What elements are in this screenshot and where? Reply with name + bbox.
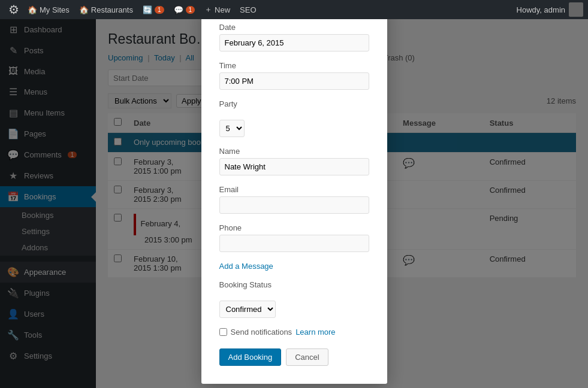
modal: Date Time Party 1234 5678 Name Email Pho… xyxy=(201,5,387,384)
booking-status-select[interactable]: Pending Confirmed Closed xyxy=(219,301,276,318)
modal-overlay: Date Time Party 1234 5678 Name Email Pho… xyxy=(0,0,588,388)
booking-status-label: Booking Status xyxy=(219,280,369,289)
name-label: Name xyxy=(219,147,369,156)
modal-date-field: Date xyxy=(219,23,369,51)
modal-buttons: Add Booking Cancel xyxy=(219,348,369,366)
comments-icon: 💬 xyxy=(174,5,183,14)
learn-more-link[interactable]: Learn more xyxy=(295,328,335,337)
add-booking-button[interactable]: Add Booking xyxy=(219,348,282,366)
party-label: Party xyxy=(219,99,369,108)
name-input[interactable] xyxy=(219,158,369,175)
new-link[interactable]: ＋ New xyxy=(200,0,235,19)
add-message-link[interactable]: Add a Message xyxy=(219,262,369,271)
user-avatar xyxy=(569,2,583,17)
modal-phone-field: Phone xyxy=(219,223,369,252)
modal-email-field: Email xyxy=(219,185,369,214)
party-select[interactable]: 1234 5678 xyxy=(219,120,245,137)
date-label: Date xyxy=(219,23,369,32)
modal-notification: Send notifications Learn more xyxy=(219,328,369,337)
modal-name-field: Name xyxy=(219,147,369,175)
restaurants-icon: 🏠 xyxy=(79,5,89,14)
email-input[interactable] xyxy=(219,196,369,214)
my-sites-icon: 🏠 xyxy=(28,5,37,14)
updates-count: 1 xyxy=(155,6,164,14)
my-sites-label: My Sites xyxy=(40,5,70,14)
phone-input[interactable] xyxy=(219,235,369,252)
time-label: Time xyxy=(219,61,369,70)
seo-link[interactable]: SEO xyxy=(235,0,261,19)
modal-time-field: Time xyxy=(219,61,369,90)
date-input[interactable] xyxy=(219,34,369,51)
seo-label: SEO xyxy=(240,5,256,14)
new-label: New xyxy=(215,5,230,14)
modal-status-field: Booking Status Pending Confirmed Closed xyxy=(219,280,369,318)
time-input[interactable] xyxy=(219,72,369,90)
howdy-text: Howdy, admin xyxy=(517,5,565,14)
restaurants-label: Restaurants xyxy=(91,5,133,14)
cancel-button[interactable]: Cancel xyxy=(286,348,328,366)
send-notifications-checkbox[interactable] xyxy=(219,328,227,336)
send-notifications-label: Send notifications xyxy=(231,328,293,337)
comments-link[interactable]: 💬 1 xyxy=(169,0,200,19)
wp-logo-icon: ⚙ xyxy=(5,2,23,17)
user-howdy: Howdy, admin xyxy=(517,2,583,17)
email-label: Email xyxy=(219,185,369,194)
phone-label: Phone xyxy=(219,223,369,232)
comments-count: 1 xyxy=(186,6,195,14)
restaurants-link[interactable]: 🏠 Restaurants xyxy=(74,0,138,19)
add-icon: ＋ xyxy=(204,4,212,15)
modal-party-field: Party 1234 5678 xyxy=(219,99,369,137)
my-sites-link[interactable]: 🏠 My Sites xyxy=(23,0,74,19)
updates-icon: 🔄 xyxy=(143,5,152,14)
updates-link[interactable]: 🔄 1 xyxy=(138,0,169,19)
